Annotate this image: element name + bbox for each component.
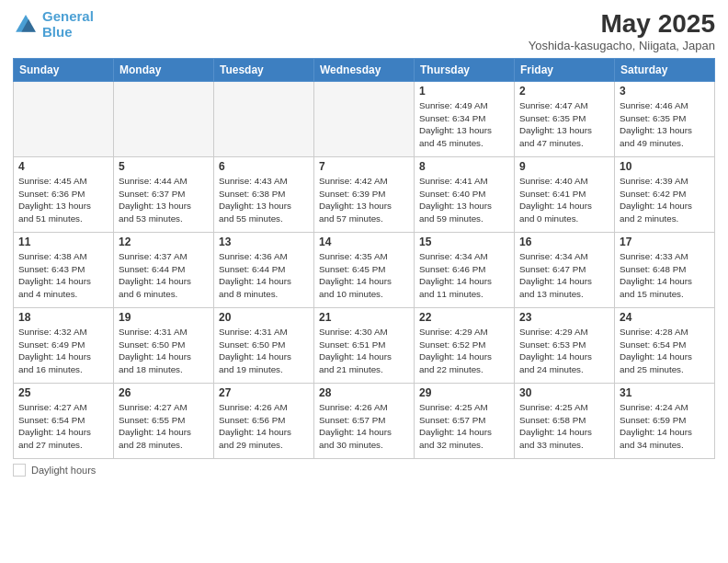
calendar-cell: 27Sunrise: 4:26 AM Sunset: 6:56 PM Dayli… (214, 384, 314, 459)
calendar-cell: 7Sunrise: 4:42 AM Sunset: 6:39 PM Daylig… (314, 157, 415, 233)
day-info: Sunrise: 4:27 AM Sunset: 6:55 PM Dayligh… (119, 401, 209, 452)
calendar-cell: 25Sunrise: 4:27 AM Sunset: 6:54 PM Dayli… (14, 384, 114, 459)
calendar-cell: 15Sunrise: 4:34 AM Sunset: 6:46 PM Dayli… (415, 233, 515, 308)
day-number: 9 (519, 160, 609, 173)
day-number: 7 (319, 160, 409, 173)
calendar-cell (314, 82, 415, 157)
day-number: 21 (319, 311, 409, 324)
calendar-cell: 29Sunrise: 4:25 AM Sunset: 6:57 PM Dayli… (415, 384, 515, 459)
weekday-header: Wednesday (314, 59, 415, 82)
logo-icon (13, 12, 39, 38)
calendar-cell: 24Sunrise: 4:28 AM Sunset: 6:54 PM Dayli… (615, 308, 715, 384)
calendar-cell (114, 82, 214, 157)
weekday-header: Monday (114, 59, 214, 82)
month-title: May 2025 (529, 9, 715, 39)
weekday-header: Tuesday (214, 59, 314, 82)
day-number: 8 (419, 160, 509, 173)
day-number: 5 (119, 160, 209, 173)
day-number: 10 (620, 160, 710, 173)
calendar: SundayMondayTuesdayWednesdayThursdayFrid… (13, 58, 715, 459)
day-number: 18 (18, 311, 108, 324)
day-number: 24 (620, 311, 710, 324)
day-info: Sunrise: 4:49 AM Sunset: 6:34 PM Dayligh… (419, 99, 509, 150)
calendar-cell: 14Sunrise: 4:35 AM Sunset: 6:45 PM Dayli… (314, 233, 415, 308)
day-info: Sunrise: 4:29 AM Sunset: 6:53 PM Dayligh… (519, 326, 609, 376)
day-number: 25 (18, 386, 108, 399)
calendar-cell: 20Sunrise: 4:31 AM Sunset: 6:50 PM Dayli… (214, 308, 314, 384)
calendar-week-row: 1Sunrise: 4:49 AM Sunset: 6:34 PM Daylig… (14, 82, 715, 157)
day-number: 30 (519, 386, 609, 399)
calendar-cell: 31Sunrise: 4:24 AM Sunset: 6:59 PM Dayli… (615, 384, 715, 459)
calendar-cell: 6Sunrise: 4:43 AM Sunset: 6:38 PM Daylig… (214, 157, 314, 233)
weekday-header-row: SundayMondayTuesdayWednesdayThursdayFrid… (14, 59, 715, 82)
day-number: 4 (18, 160, 108, 173)
calendar-cell: 28Sunrise: 4:26 AM Sunset: 6:57 PM Dayli… (314, 384, 415, 459)
calendar-cell (214, 82, 314, 157)
day-number: 29 (419, 386, 509, 399)
day-info: Sunrise: 4:36 AM Sunset: 6:44 PM Dayligh… (219, 250, 309, 301)
header: General Blue May 2025 Yoshida-kasugacho,… (13, 9, 715, 52)
calendar-cell: 2Sunrise: 4:47 AM Sunset: 6:35 PM Daylig… (515, 82, 615, 157)
day-number: 27 (219, 386, 309, 399)
day-info: Sunrise: 4:29 AM Sunset: 6:52 PM Dayligh… (419, 326, 509, 376)
day-info: Sunrise: 4:44 AM Sunset: 6:37 PM Dayligh… (119, 175, 209, 225)
day-number: 11 (18, 236, 108, 248)
day-info: Sunrise: 4:41 AM Sunset: 6:40 PM Dayligh… (419, 175, 509, 225)
day-info: Sunrise: 4:45 AM Sunset: 6:36 PM Dayligh… (18, 175, 108, 225)
calendar-cell (14, 82, 114, 157)
day-info: Sunrise: 4:39 AM Sunset: 6:42 PM Dayligh… (620, 175, 710, 225)
day-number: 26 (119, 386, 209, 399)
day-number: 20 (219, 311, 309, 324)
day-number: 19 (119, 311, 209, 324)
weekday-header: Saturday (615, 59, 715, 82)
footer-legend-label: Daylight hours (31, 465, 96, 476)
weekday-header: Sunday (14, 59, 114, 82)
day-info: Sunrise: 4:43 AM Sunset: 6:38 PM Dayligh… (219, 175, 309, 225)
day-info: Sunrise: 4:33 AM Sunset: 6:48 PM Dayligh… (620, 250, 710, 301)
page: General Blue May 2025 Yoshida-kasugacho,… (0, 0, 728, 563)
day-info: Sunrise: 4:46 AM Sunset: 6:35 PM Dayligh… (620, 99, 710, 150)
weekday-header: Thursday (415, 59, 515, 82)
day-info: Sunrise: 4:34 AM Sunset: 6:46 PM Dayligh… (419, 250, 509, 301)
day-number: 23 (519, 311, 609, 324)
calendar-cell: 12Sunrise: 4:37 AM Sunset: 6:44 PM Dayli… (114, 233, 214, 308)
calendar-cell: 10Sunrise: 4:39 AM Sunset: 6:42 PM Dayli… (615, 157, 715, 233)
calendar-cell: 19Sunrise: 4:31 AM Sunset: 6:50 PM Dayli… (114, 308, 214, 384)
day-number: 1 (419, 85, 509, 98)
day-info: Sunrise: 4:26 AM Sunset: 6:57 PM Dayligh… (319, 401, 409, 452)
day-info: Sunrise: 4:27 AM Sunset: 6:54 PM Dayligh… (18, 401, 108, 452)
day-number: 13 (219, 236, 309, 248)
calendar-cell: 5Sunrise: 4:44 AM Sunset: 6:37 PM Daylig… (114, 157, 214, 233)
day-info: Sunrise: 4:26 AM Sunset: 6:56 PM Dayligh… (219, 401, 309, 452)
calendar-cell: 9Sunrise: 4:40 AM Sunset: 6:41 PM Daylig… (515, 157, 615, 233)
footer: Daylight hours (13, 464, 715, 477)
calendar-cell: 23Sunrise: 4:29 AM Sunset: 6:53 PM Dayli… (515, 308, 615, 384)
calendar-cell: 11Sunrise: 4:38 AM Sunset: 6:43 PM Dayli… (14, 233, 114, 308)
weekday-header: Friday (515, 59, 615, 82)
day-info: Sunrise: 4:25 AM Sunset: 6:58 PM Dayligh… (519, 401, 609, 452)
day-info: Sunrise: 4:42 AM Sunset: 6:39 PM Dayligh… (319, 175, 409, 225)
day-number: 17 (620, 236, 710, 248)
title-area: May 2025 Yoshida-kasugacho, Niigata, Jap… (529, 9, 715, 52)
day-number: 22 (419, 311, 509, 324)
day-info: Sunrise: 4:38 AM Sunset: 6:43 PM Dayligh… (18, 250, 108, 301)
legend-box (13, 464, 26, 477)
calendar-week-row: 18Sunrise: 4:32 AM Sunset: 6:49 PM Dayli… (14, 308, 715, 384)
day-info: Sunrise: 4:30 AM Sunset: 6:51 PM Dayligh… (319, 326, 409, 376)
calendar-week-row: 4Sunrise: 4:45 AM Sunset: 6:36 PM Daylig… (14, 157, 715, 233)
day-info: Sunrise: 4:37 AM Sunset: 6:44 PM Dayligh… (119, 250, 209, 301)
day-info: Sunrise: 4:25 AM Sunset: 6:57 PM Dayligh… (419, 401, 509, 452)
day-number: 31 (620, 386, 710, 399)
day-number: 3 (620, 85, 710, 98)
day-number: 14 (319, 236, 409, 248)
day-info: Sunrise: 4:31 AM Sunset: 6:50 PM Dayligh… (119, 326, 209, 376)
day-info: Sunrise: 4:34 AM Sunset: 6:47 PM Dayligh… (519, 250, 609, 301)
calendar-cell: 4Sunrise: 4:45 AM Sunset: 6:36 PM Daylig… (14, 157, 114, 233)
calendar-cell: 30Sunrise: 4:25 AM Sunset: 6:58 PM Dayli… (515, 384, 615, 459)
day-number: 6 (219, 160, 309, 173)
day-info: Sunrise: 4:31 AM Sunset: 6:50 PM Dayligh… (219, 326, 309, 376)
calendar-cell: 17Sunrise: 4:33 AM Sunset: 6:48 PM Dayli… (615, 233, 715, 308)
calendar-cell: 3Sunrise: 4:46 AM Sunset: 6:35 PM Daylig… (615, 82, 715, 157)
calendar-cell: 13Sunrise: 4:36 AM Sunset: 6:44 PM Dayli… (214, 233, 314, 308)
day-info: Sunrise: 4:24 AM Sunset: 6:59 PM Dayligh… (620, 401, 710, 452)
